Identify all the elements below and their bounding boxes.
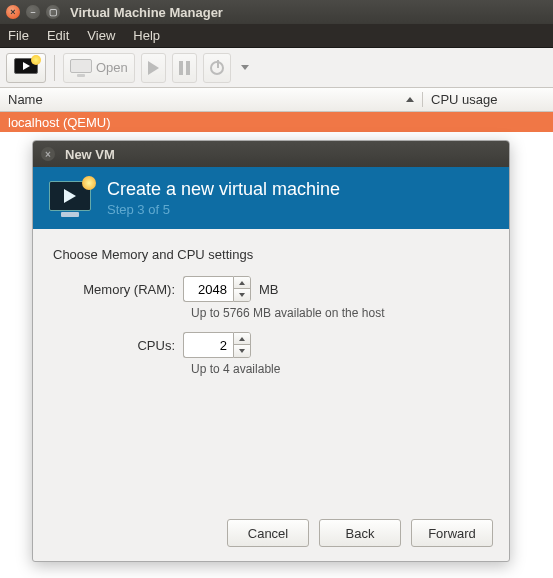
dialog-header: Create a new virtual machine Step 3 of 5 — [33, 167, 509, 229]
pause-icon — [179, 61, 190, 75]
cpu-input[interactable] — [183, 332, 233, 358]
memory-step-down[interactable] — [234, 289, 250, 301]
shutdown-button[interactable] — [203, 53, 231, 83]
pause-button[interactable] — [172, 53, 197, 83]
connection-row-localhost[interactable]: localhost (QEMU) — [0, 112, 553, 132]
window-title: Virtual Machine Manager — [70, 5, 223, 20]
back-button[interactable]: Back — [319, 519, 401, 547]
toolbar-separator — [54, 55, 55, 81]
section-title: Choose Memory and CPU settings — [53, 247, 489, 262]
vm-wizard-icon — [49, 179, 93, 217]
menu-help[interactable]: Help — [133, 28, 160, 43]
menu-bar: File Edit View Help — [0, 24, 553, 48]
cpu-step-down[interactable] — [234, 345, 250, 357]
memory-hint: Up to 5766 MB available on the host — [191, 306, 489, 320]
memory-label: Memory (RAM): — [53, 282, 183, 297]
column-cpu-label: CPU usage — [431, 92, 497, 107]
forward-button[interactable]: Forward — [411, 519, 493, 547]
memory-input[interactable] — [183, 276, 233, 302]
column-name[interactable]: Name — [0, 92, 423, 107]
window-maximize-button[interactable]: ▢ — [46, 5, 60, 19]
new-vm-icon — [13, 57, 39, 79]
memory-spinner — [183, 276, 251, 302]
cpu-label: CPUs: — [53, 338, 183, 353]
dialog-window-title: New VM — [65, 147, 115, 162]
menu-file[interactable]: File — [8, 28, 29, 43]
menu-edit[interactable]: Edit — [47, 28, 69, 43]
cancel-button[interactable]: Cancel — [227, 519, 309, 547]
new-vm-dialog: × New VM Create a new virtual machine St… — [32, 140, 510, 562]
cpu-step-up[interactable] — [234, 333, 250, 345]
dialog-step: Step 3 of 5 — [107, 202, 340, 217]
column-cpu[interactable]: CPU usage — [423, 92, 553, 107]
run-button[interactable] — [141, 53, 166, 83]
column-name-label: Name — [8, 92, 43, 107]
cpu-hint: Up to 4 available — [191, 362, 489, 376]
cpu-spinner — [183, 332, 251, 358]
open-label: Open — [96, 60, 128, 75]
vm-list-header: Name CPU usage — [0, 88, 553, 112]
dialog-body: Choose Memory and CPU settings Memory (R… — [33, 229, 509, 509]
toolbar: Open — [0, 48, 553, 88]
dialog-titlebar: × New VM — [33, 141, 509, 167]
sort-asc-icon — [406, 97, 414, 102]
content-area: × New VM Create a new virtual machine St… — [0, 132, 553, 578]
monitor-icon — [70, 59, 92, 77]
shutdown-dropdown-icon[interactable] — [241, 65, 249, 70]
window-close-button[interactable]: × — [6, 5, 20, 19]
memory-step-up[interactable] — [234, 277, 250, 289]
play-icon — [148, 61, 159, 75]
new-vm-button[interactable] — [6, 53, 46, 83]
power-icon — [210, 61, 224, 75]
connection-row-label: localhost (QEMU) — [8, 115, 111, 130]
dialog-footer: Cancel Back Forward — [33, 509, 509, 561]
dialog-close-button[interactable]: × — [41, 147, 55, 161]
menu-view[interactable]: View — [87, 28, 115, 43]
open-button[interactable]: Open — [63, 53, 135, 83]
dialog-heading: Create a new virtual machine — [107, 179, 340, 200]
window-titlebar: × – ▢ Virtual Machine Manager — [0, 0, 553, 24]
window-minimize-button[interactable]: – — [26, 5, 40, 19]
memory-unit: MB — [259, 282, 279, 297]
